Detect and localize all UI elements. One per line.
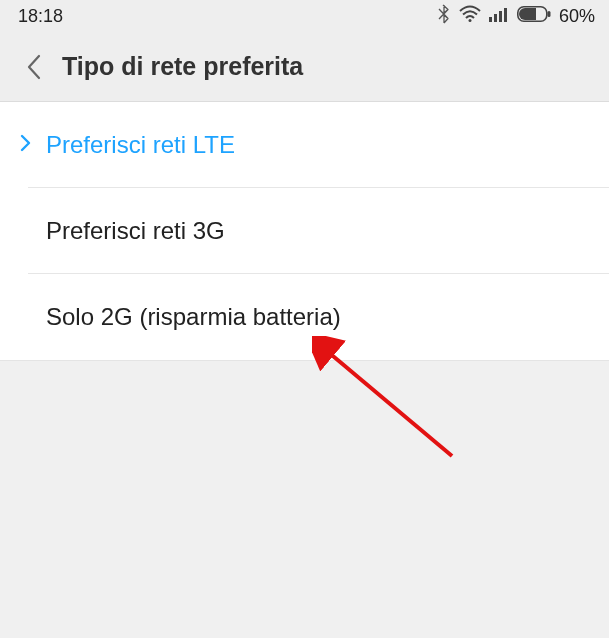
option-lte[interactable]: Preferisci reti LTE bbox=[0, 102, 609, 188]
status-time: 18:18 bbox=[18, 6, 63, 27]
status-bar: 18:18 60% bbox=[0, 0, 609, 32]
chevron-right-icon bbox=[20, 134, 31, 156]
svg-rect-3 bbox=[499, 11, 502, 22]
svg-rect-1 bbox=[489, 17, 492, 22]
battery-percent: 60% bbox=[559, 6, 595, 27]
option-label: Preferisci reti LTE bbox=[46, 131, 235, 159]
svg-rect-4 bbox=[504, 8, 507, 22]
svg-rect-2 bbox=[494, 14, 497, 22]
bluetooth-icon bbox=[437, 4, 451, 29]
options-list: Preferisci reti LTE Preferisci reti 3G S… bbox=[0, 102, 609, 361]
signal-icon bbox=[489, 6, 509, 27]
option-label: Solo 2G (risparmia batteria) bbox=[46, 303, 341, 331]
wifi-icon bbox=[459, 5, 481, 28]
status-icons: 60% bbox=[437, 4, 595, 29]
svg-point-0 bbox=[468, 19, 471, 22]
back-button[interactable] bbox=[14, 47, 54, 87]
header: Tipo di rete preferita bbox=[0, 32, 609, 102]
svg-rect-6 bbox=[547, 11, 550, 17]
option-3g[interactable]: Preferisci reti 3G bbox=[0, 188, 609, 274]
option-2g[interactable]: Solo 2G (risparmia batteria) bbox=[0, 274, 609, 360]
svg-line-7 bbox=[327, 351, 452, 456]
option-label: Preferisci reti 3G bbox=[46, 217, 225, 245]
battery-icon bbox=[517, 6, 551, 27]
page-title: Tipo di rete preferita bbox=[62, 52, 303, 81]
chevron-left-icon bbox=[26, 54, 42, 80]
